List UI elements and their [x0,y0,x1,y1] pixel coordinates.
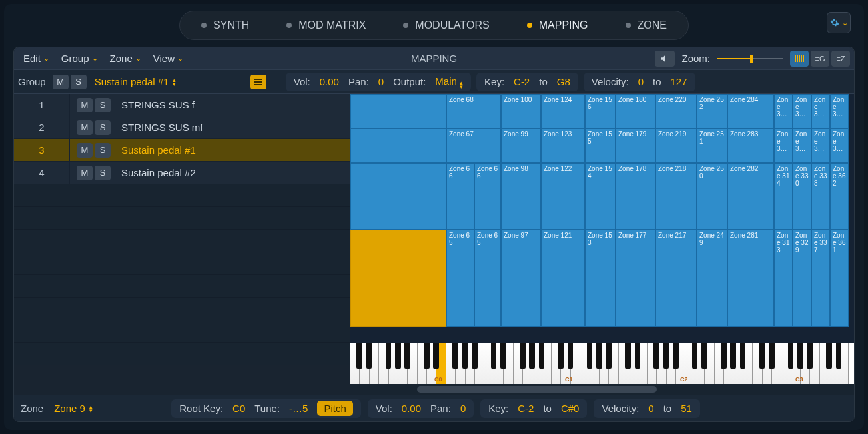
menu-zone[interactable]: Zone ⌄ [105,50,147,67]
zone-volume[interactable]: 0.00 [402,403,421,414]
view-mode-group[interactable]: ≡G [811,51,829,67]
zone-block[interactable]: Zone 3… [830,128,849,163]
group-list-toggle[interactable] [250,75,266,89]
zone-block[interactable] [350,94,446,128]
zone-block[interactable]: Zone 282 [727,163,774,230]
group-key-low[interactable]: C-2 [514,76,530,87]
zone-block[interactable]: Zone 362 [830,163,849,230]
solo-button[interactable]: S [95,120,111,135]
zone-block[interactable]: Zone 177 [616,230,655,327]
zone-vel-low[interactable]: 0 [648,403,653,414]
settings-button[interactable]: ⌄ [827,12,851,33]
zone-selector[interactable]: Zone 9 ▴▾ [51,403,165,414]
group-list-item[interactable]: 1MSSTRINGS SUS f [14,94,350,116]
group-pan[interactable]: 0 [378,76,384,87]
tab-zone[interactable]: ZONE [607,14,685,37]
zone-block[interactable]: Zone 220 [655,94,697,128]
zone-block[interactable]: Zone 284 [727,94,774,128]
zone-block[interactable]: Zone 3… [811,128,830,163]
tab-mapping[interactable]: MAPPING [508,14,607,37]
zone-block[interactable]: Zone 68 [446,94,501,128]
zone-block[interactable]: Zone 98 [501,163,541,230]
zone-block[interactable]: Zone 155 [585,128,616,163]
zone-block[interactable]: Zone 67 [446,128,501,163]
group-output[interactable]: Main ▴▾ [435,75,463,89]
zone-block[interactable]: Zone 219 [655,128,697,163]
zone-block[interactable] [350,128,446,163]
group-key-high[interactable]: G8 [557,76,570,87]
zone-block[interactable] [350,230,446,327]
zone-mapping-grid[interactable]: Zone 68Zone 100Zone 124Zone 156Zone 180Z… [350,94,854,343]
group-selector[interactable]: Sustain pedal #1 ▴▾ [92,76,245,87]
zone-pan[interactable]: 0 [460,403,466,414]
menu-group[interactable]: Group ⌄ [56,50,103,67]
zone-block[interactable]: Zone 154 [585,163,616,230]
keyboard-ruler[interactable]: C0C1C2C3 [350,343,854,384]
tab-synth[interactable]: SYNTH [183,14,268,37]
zone-block[interactable]: Zone 156 [585,94,616,128]
zone-block[interactable]: Zone 66 [474,163,501,230]
solo-button[interactable]: S [95,98,111,112]
zone-block[interactable]: Zone 153 [585,230,616,327]
view-mode-zone[interactable]: ≡Z [831,51,850,67]
audition-button[interactable] [655,51,675,67]
zone-block[interactable]: Zone 178 [616,163,655,230]
zone-block[interactable]: Zone 329 [793,230,811,327]
zone-block[interactable]: Zone 249 [697,230,727,327]
group-volume[interactable]: 0.00 [320,76,339,87]
mute-button[interactable]: M [77,120,93,135]
group-list-item[interactable]: 2MSSTRINGS SUS mf [14,116,350,139]
zone-block[interactable]: Zone 3… [774,128,793,163]
zone-block[interactable]: Zone 330 [793,163,811,230]
zone-tune[interactable]: -…5 [289,403,308,414]
zone-root-key[interactable]: C0 [232,403,245,414]
zone-block[interactable]: Zone 3… [774,94,793,128]
group-mute-button[interactable]: M [53,75,69,89]
menu-view[interactable]: View ⌄ [148,50,189,67]
view-mode-zones[interactable] [790,51,809,67]
group-solo-button[interactable]: S [71,75,87,89]
zone-block[interactable]: Zone 283 [727,128,774,163]
zone-block[interactable]: Zone 3… [830,94,849,128]
zone-block[interactable]: Zone 121 [541,230,585,327]
zone-block[interactable]: Zone 65 [446,230,474,327]
zone-block[interactable]: Zone 122 [541,163,585,230]
group-list-item[interactable]: 3MSSustain pedal #1 [14,139,350,162]
zone-block[interactable]: Zone 180 [616,94,655,128]
zone-block[interactable]: Zone 65 [474,230,501,327]
zone-key-low[interactable]: C-2 [518,403,534,414]
zone-block[interactable]: Zone 3… [793,94,811,128]
zone-key-high[interactable]: C#0 [561,403,580,414]
group-vel-low[interactable]: 0 [638,76,644,87]
zone-block[interactable]: Zone 217 [655,230,697,327]
zone-block[interactable]: Zone 123 [541,128,585,163]
zone-block[interactable]: Zone 252 [697,94,727,128]
zone-block[interactable]: Zone 179 [616,128,655,163]
zone-vel-high[interactable]: 51 [681,403,692,414]
solo-button[interactable]: S [95,143,111,158]
mute-button[interactable]: M [77,143,93,158]
mute-button[interactable]: M [77,166,93,180]
zone-block[interactable]: Zone 3… [811,94,830,128]
zone-block[interactable]: Zone 124 [541,94,585,128]
zone-block[interactable]: Zone 100 [501,94,541,128]
zone-block[interactable]: Zone 251 [697,128,727,163]
zone-block[interactable]: Zone 99 [501,128,541,163]
zone-block[interactable]: Zone 313 [774,230,793,327]
group-list-item[interactable]: 4MSSustain pedal #2 [14,162,350,184]
zone-block[interactable]: Zone 337 [811,230,830,327]
zone-block[interactable]: Zone 250 [697,163,727,230]
tab-modulators[interactable]: MODULATORS [384,14,508,37]
horizontal-scrollbar[interactable] [350,384,854,395]
menu-edit[interactable]: Edit ⌄ [18,50,55,67]
zone-block[interactable]: Zone 281 [727,230,774,327]
zone-block[interactable]: Zone 338 [811,163,830,230]
zoom-slider[interactable] [717,55,783,63]
zone-pitch-toggle[interactable]: Pitch [317,401,352,416]
group-vel-high[interactable]: 127 [670,76,687,87]
mute-button[interactable]: M [77,98,93,112]
zone-block[interactable]: Zone 3… [793,128,811,163]
zone-block[interactable]: Zone 66 [446,163,474,230]
tab-mod-matrix[interactable]: MOD MATRIX [268,14,384,37]
zone-block[interactable]: Zone 218 [655,163,697,230]
